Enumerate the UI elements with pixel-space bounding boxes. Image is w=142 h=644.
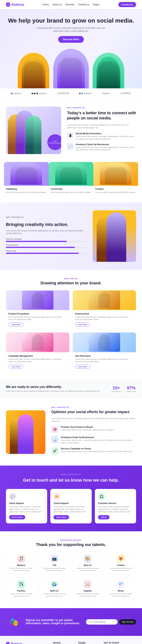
why-item-1: 🎯 Promote Your Product & Brand Lorem ips… [51, 426, 136, 433]
support-icon-3: 🎧 [98, 493, 105, 500]
learn-more-btn-3[interactable]: Learn More [8, 365, 23, 369]
connect-content: WHY CHOOSE US Today's a better time to c… [61, 107, 136, 154]
stats-badge: 32M+ TOTAL AUDIENCE [47, 134, 61, 150]
hero-cta-button[interactable]: Discover More [58, 36, 84, 43]
brand-4: loginpro [79, 92, 92, 94]
service-body-4: Ads Placement Lorem ipsum dolor sit amet… [73, 352, 136, 371]
support-section: NEED MORE HELP? Get in touch and let us … [0, 466, 142, 531]
connect-title: Today's a better time to connect with pe… [67, 110, 136, 120]
support-card-ticket: 🎫 Ticket Support Lorem ipsum dolor sit a… [50, 489, 91, 524]
newsletter-email-input[interactable] [86, 619, 118, 624]
talent-nirezo: 💎 Nirezo Cubilia curavituradiquet volutp… [106, 577, 136, 600]
brand-5: loginpro [102, 92, 110, 94]
brand-6: LOGINPUM [120, 92, 131, 94]
support-btn-1[interactable]: Get in Touch [9, 515, 25, 520]
service-body-2: Endorsement Lorem ipsum dolor sit amet, … [73, 310, 136, 329]
service-body-3: Campaign Management Lorem ipsum dolor si… [6, 352, 69, 371]
connect-tag: WHY CHOOSE US [67, 107, 136, 109]
why-image [6, 410, 45, 454]
service-body-1: Product Promotions Lorem ipsum dolor sit… [6, 310, 69, 329]
hero-description: Lorem ipsum dolor sit amet, consectetur … [34, 26, 108, 32]
newsletter-text: Signup our newsletter to get update info… [26, 618, 82, 626]
nav-pages[interactable]: Pages [93, 3, 100, 6]
talent-foxkub: 🦊 Foxkub Cubilia curavituradiquet volutp… [106, 552, 136, 574]
talent-asgarda: ⚔️ Asgarda Cubilia curavituradiquet volu… [72, 577, 103, 600]
stat-2: 97% Success Rate [126, 385, 136, 392]
nav-home[interactable]: Home [43, 3, 49, 6]
nav-contact[interactable]: Contact us [78, 3, 89, 6]
why-section: WHY CHOOSE US Optimize your social effor… [0, 398, 142, 466]
nav-cta-button[interactable]: Contact Us [118, 2, 136, 7]
newsletter-section: 🎭 Signup our newsletter to get update in… [0, 608, 142, 636]
service-card-body-1: Publishing Donec suscipit leo eget lobor… [4, 186, 49, 196]
service-card-content: Content Donec suscipit leo eget lobortis… [93, 162, 138, 196]
learn-more-btn-1[interactable]: Learn More [8, 322, 23, 326]
logo-text: fluenca [11, 2, 24, 7]
newsletter-form: Sign Up Now [86, 619, 136, 624]
support-btn-3[interactable]: Call Us [98, 515, 110, 520]
talent-avatar-4: 🦊 [117, 555, 125, 562]
talent-avatar-5: ✈️ [17, 580, 25, 588]
why-icon-1: 🎯 [51, 426, 58, 433]
creativity-content: WHY CHOOSE US Bringing creativity into a… [6, 216, 87, 256]
service-img-1 [6, 290, 69, 310]
brand-1: loginpro [11, 92, 21, 94]
service-cards-row: Publishing Donec suscipit leo eget lobor… [0, 162, 142, 202]
service-card-community: Community Donec suscipit leo eget lobort… [49, 162, 93, 196]
support-btn-2[interactable]: Send Ticket [54, 515, 69, 520]
feature-item-1: 📱 Social Media Promotions Lorem ipsum do… [67, 132, 136, 140]
why-text-3: Success Campaign on Social Lorem ipsum d… [61, 447, 133, 454]
talent-avatar-1: 🎵 [17, 555, 25, 562]
service-card-img-3 [93, 162, 138, 186]
connect-section: 32M+ TOTAL AUDIENCE WHY CHOOSE US Today'… [0, 98, 142, 162]
footer-contact-col: GET IN TOUCH 📞 +62.21.3002.2012 ✉️ hello… [104, 642, 136, 644]
connect-image: 32M+ TOTAL AUDIENCE [6, 106, 61, 154]
talent-earth: 🌍 Earth 2.0 Cubilia curavituradiquet vol… [39, 577, 70, 600]
why-item-2: 📊 Growing & Scale Up Businesses Lorem ip… [51, 436, 136, 444]
talents-title: Thank you for supporting our talents. [6, 542, 136, 547]
service-campaign: Campaign Management Lorem ipsum dolor si… [6, 332, 70, 371]
why-icon-2: 📊 [51, 436, 58, 443]
footer-pages-col: PAGES Home About Us Services Contact Us [78, 642, 100, 644]
creativity-section: WHY CHOOSE US Bringing creativity into a… [0, 202, 142, 270]
creativity-couple [93, 210, 136, 262]
nav-services[interactable]: Services [65, 3, 74, 6]
progress-brand: Promote Brand [6, 244, 87, 248]
learn-more-btn-2[interactable]: Learn More [75, 322, 90, 326]
why-tag: WHY CHOOSE US [51, 406, 136, 408]
what-we-do-tag: WHAT WE DO [6, 278, 136, 280]
footer-brand-col: ✦ fluenca Lorem ipsum dolor sit amet, co… [6, 642, 49, 644]
feature-text-2: Growing & Scale Up Businesses Lorem ipsu… [76, 143, 136, 151]
support-card-client: 💬 Client Support Lorem ipsum dolor sit a… [6, 489, 47, 524]
why-item-3: 🚀 Success Campaign on Social Lorem ipsum… [51, 447, 136, 454]
support-icon-2: 🎫 [54, 493, 61, 500]
why-text-2: Growing & Scale Up Businesses Lorem ipsu… [61, 436, 136, 444]
why-icon-3: 🚀 [51, 447, 58, 454]
service-card-body-3: Content Donec suscipit leo eget lobortis… [93, 186, 138, 196]
service-card-publishing: Publishing Donec suscipit leo eget lobor… [4, 162, 49, 196]
service-product-promotions: Product Promotions Lorem ipsum dolor sit… [6, 290, 70, 329]
feature-icon-2: 📈 [67, 143, 73, 150]
support-icon-1: 💬 [9, 493, 16, 500]
what-we-do-section: WHAT WE DO Drawing attention to your bra… [0, 270, 142, 379]
talent-avatar-6: 🌍 [51, 580, 58, 588]
navbar: ✦ fluenca Home About us Services Contact… [0, 0, 142, 9]
logo[interactable]: ✦ fluenca [6, 2, 24, 7]
why-text-1: Promote Your Product & Brand Lorem ipsum… [61, 426, 114, 433]
hero-section: We help your brand to grow on social med… [0, 9, 142, 88]
brand-2: loginpro [32, 92, 47, 94]
nav-links: Home About us Services Contact us Pages [43, 3, 100, 6]
creativity-tag: WHY CHOOSE US [6, 216, 87, 219]
newsletter-submit-button[interactable]: Sign Up Now [119, 619, 136, 624]
hero-person-1 [18, 53, 49, 88]
nav-about[interactable]: About us [53, 3, 62, 6]
why-title: Optimize your social efforts for greater… [51, 410, 136, 414]
talent-avatar-8: 💎 [117, 580, 125, 588]
stats-numbers: 15+ Yrs Experience 97% Success Rate [111, 385, 136, 392]
service-card-body-2: Community Donec suscipit leo eget lobort… [49, 186, 93, 196]
service-card-img-1 [4, 162, 49, 186]
talent-atica: 🎨 Atica Co Cubilia curavituradiquet volu… [72, 552, 103, 574]
learn-more-btn-4[interactable]: Learn More [75, 365, 90, 369]
hero-title: We help your brand to grow on social med… [6, 17, 136, 24]
hero-person-2 [53, 49, 89, 88]
